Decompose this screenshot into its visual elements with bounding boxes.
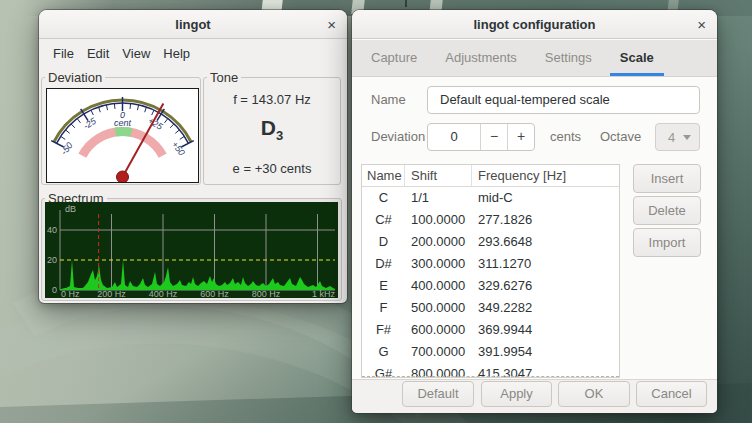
- cell-frequency: 329.6276: [472, 275, 619, 297]
- cell-shift: 600.0000: [405, 319, 472, 341]
- import-button[interactable]: Import: [633, 228, 701, 257]
- deviation-value[interactable]: 0: [428, 124, 480, 150]
- cell-name: G#: [362, 363, 405, 378]
- scale-table: NameShiftFrequency [Hz] C1/1mid-CC#100.0…: [361, 164, 620, 378]
- error-value: e = +30 cents: [204, 161, 340, 176]
- cell-shift: 200.0000: [405, 231, 472, 253]
- table-row[interactable]: C1/1mid-C: [362, 187, 619, 209]
- titlebar[interactable]: lingot ×: [39, 10, 347, 39]
- cell-shift: 300.0000: [405, 253, 472, 275]
- cell-name: G: [362, 341, 405, 363]
- spectrum-plot: dB402000 Hz200 Hz400 Hz600 Hz800 Hz1 kHz: [45, 202, 338, 298]
- menu-file[interactable]: File: [52, 44, 75, 63]
- background-mark: [405, 0, 407, 7]
- lingot-window: lingot × FileEditViewHelp Deviation -50-…: [39, 10, 347, 303]
- menu-edit[interactable]: Edit: [86, 44, 110, 63]
- insert-button[interactable]: Insert: [633, 164, 701, 193]
- cell-name: D: [362, 231, 405, 253]
- svg-text:dB: dB: [65, 204, 76, 214]
- cell-frequency: 293.6648: [472, 231, 619, 253]
- table-row[interactable]: D200.0000293.6648: [362, 231, 619, 253]
- tab-strip: CaptureAdjustmentsSettingsScale: [352, 40, 717, 77]
- svg-text:0 Hz: 0 Hz: [61, 289, 80, 298]
- close-icon[interactable]: ×: [697, 10, 706, 39]
- cancel-button[interactable]: Cancel: [636, 381, 707, 407]
- cell-shift: 500.0000: [405, 297, 472, 319]
- svg-text:+50: +50: [170, 139, 187, 157]
- decrement-button[interactable]: −: [480, 124, 507, 150]
- cell-shift: 100.0000: [405, 209, 472, 231]
- table-row[interactable]: F500.0000349.2282: [362, 297, 619, 319]
- cell-shift: 400.0000: [405, 275, 472, 297]
- delete-button[interactable]: Delete: [633, 196, 701, 225]
- svg-text:1 kHz: 1 kHz: [312, 289, 336, 298]
- name-label: Name: [371, 86, 406, 114]
- scale-name-input[interactable]: Default equal-tempered scale: [427, 86, 700, 114]
- column-header-frequency[interactable]: Frequency [Hz]: [472, 165, 619, 186]
- svg-text:20: 20: [47, 255, 57, 265]
- window-title: lingot configuration: [473, 17, 595, 32]
- svg-text:200 Hz: 200 Hz: [97, 289, 126, 298]
- menu-help[interactable]: Help: [162, 44, 191, 63]
- svg-text:400 Hz: 400 Hz: [149, 289, 178, 298]
- tab-scale[interactable]: Scale: [610, 40, 664, 76]
- tab-adjustments[interactable]: Adjustments: [435, 40, 527, 76]
- menu-view[interactable]: View: [121, 44, 151, 63]
- deviation-label: Deviation: [371, 123, 425, 151]
- column-header-shift[interactable]: Shift: [405, 165, 472, 186]
- table-row[interactable]: E400.0000329.6276: [362, 275, 619, 297]
- svg-text:-25: -25: [82, 115, 99, 131]
- note-value: D3: [204, 116, 340, 143]
- titlebar[interactable]: lingot configuration ×: [352, 10, 717, 39]
- deviation-frame-label: Deviation: [45, 70, 105, 85]
- svg-text:0: 0: [52, 285, 57, 295]
- deviation-frame: Deviation -50-250+25+50cent: [41, 77, 201, 185]
- deviation-gauge: -50-250+25+50cent: [46, 88, 199, 183]
- svg-text:800 Hz: 800 Hz: [252, 289, 281, 298]
- cell-frequency: 415.3047: [472, 363, 619, 378]
- chevron-down-icon: [683, 135, 691, 140]
- cell-name: D#: [362, 253, 405, 275]
- tab-capture[interactable]: Capture: [361, 40, 427, 76]
- default-button[interactable]: Default: [402, 381, 474, 407]
- tone-frame: Tone f = 143.07 Hz D3 e = +30 cents: [203, 77, 341, 185]
- cell-frequency: 391.9954: [472, 341, 619, 363]
- octave-dropdown[interactable]: 4: [655, 123, 700, 151]
- table-row[interactable]: C#100.0000277.1826: [362, 209, 619, 231]
- menubar: FileEditViewHelp: [39, 40, 347, 67]
- cell-shift: 1/1: [405, 187, 472, 209]
- close-icon[interactable]: ×: [327, 10, 336, 39]
- cell-frequency: 369.9944: [472, 319, 619, 341]
- table-row[interactable]: G700.0000391.9954: [362, 341, 619, 363]
- table-header: NameShiftFrequency [Hz]: [362, 165, 619, 187]
- cell-frequency: 277.1826: [472, 209, 619, 231]
- cell-frequency: 349.2282: [472, 297, 619, 319]
- cell-name: F: [362, 297, 405, 319]
- cell-shift: 800.0000: [405, 363, 472, 378]
- svg-text:cent: cent: [114, 118, 132, 128]
- cell-frequency: 311.1270: [472, 253, 619, 275]
- increment-button[interactable]: +: [507, 124, 534, 150]
- cell-name: C#: [362, 209, 405, 231]
- ok-button[interactable]: OK: [558, 381, 630, 407]
- svg-text:600 Hz: 600 Hz: [200, 289, 229, 298]
- octave-value: 4: [668, 130, 675, 145]
- cell-name: F#: [362, 319, 405, 341]
- tab-settings[interactable]: Settings: [535, 40, 602, 76]
- svg-text:40: 40: [47, 225, 57, 235]
- cents-label: cents: [550, 123, 581, 151]
- spectrum-frame: Spectrum dB402000 Hz200 Hz400 Hz600 Hz80…: [41, 198, 342, 301]
- table-row[interactable]: G#800.0000415.3047: [362, 363, 619, 378]
- cell-name: E: [362, 275, 405, 297]
- table-row[interactable]: D#300.0000311.1270: [362, 253, 619, 275]
- apply-button[interactable]: Apply: [481, 381, 552, 407]
- tone-frame-label: Tone: [207, 70, 241, 85]
- table-row[interactable]: F#600.0000369.9944: [362, 319, 619, 341]
- svg-text:-50: -50: [59, 140, 75, 156]
- octave-label: Octave: [600, 123, 641, 151]
- frequency-value: f = 143.07 Hz: [204, 92, 340, 107]
- window-title: lingot: [175, 17, 210, 32]
- column-header-name[interactable]: Name: [362, 165, 405, 186]
- lingot-configuration-window: lingot configuration × CaptureAdjustment…: [352, 10, 717, 413]
- deviation-spinner: 0 − +: [427, 123, 535, 151]
